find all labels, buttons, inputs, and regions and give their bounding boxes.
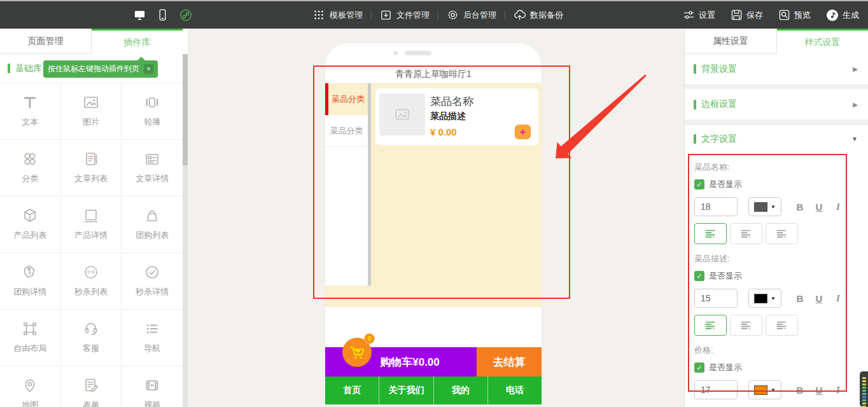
mini-dash: [862, 383, 866, 385]
dish-name-align-left-button[interactable]: [694, 223, 727, 244]
align-left-icon: [705, 230, 716, 238]
section-background-settings[interactable]: 背景设置 ▶: [685, 54, 868, 84]
plugin-item-seckill-list[interactable]: 秒杀秒杀列表: [61, 253, 122, 310]
chevron-down-icon[interactable]: ▼: [851, 135, 858, 142]
chevron-right-icon[interactable]: ▶: [853, 66, 858, 72]
category-scrollbar[interactable]: [368, 83, 371, 286]
section-text-settings[interactable]: 文字设置 ▼: [685, 125, 868, 153]
add-dish-button[interactable]: +: [515, 125, 531, 139]
plugin-item-navigation[interactable]: 导航: [122, 310, 183, 366]
image-placeholder-icon: [394, 106, 410, 123]
plugin-item-article-detail[interactable]: 文章详情: [122, 140, 183, 197]
desktop-icon[interactable]: [134, 9, 146, 21]
save-button[interactable]: 保存: [731, 9, 763, 21]
groupbuy-list-icon: [143, 206, 162, 225]
plugin-item-product-list[interactable]: 产品列表: [0, 197, 61, 253]
dish-card[interactable]: 菜品名称 菜品描述 ¥ 0.00 +: [375, 88, 538, 145]
nav-item-电话[interactable]: 电话: [488, 376, 542, 404]
mobile-icon[interactable]: [157, 9, 169, 21]
dish-desc-color-dropdown[interactable]: ▼: [748, 289, 781, 308]
dish-name-u-button[interactable]: U: [809, 202, 829, 212]
plugin-label: 轮播: [144, 116, 160, 128]
carousel-icon: [143, 93, 162, 112]
section-border-settings[interactable]: 边框设置 ▶: [685, 89, 868, 120]
save-icon: [731, 9, 743, 21]
mini-dash: [862, 403, 866, 404]
dish-desc-font-size-input[interactable]: [694, 289, 738, 308]
plugin-label: 自由布局: [13, 343, 46, 354]
menu-data-backup[interactable]: 数据备份: [514, 9, 563, 21]
tooltip-text: 按住鼠标左键拖动插件到页: [48, 64, 139, 74]
dish-desc-align-center-button[interactable]: [730, 315, 762, 336]
price-b-button[interactable]: B: [790, 385, 809, 396]
dish-desc-align-right-button[interactable]: [766, 315, 798, 336]
price-u-button[interactable]: U: [809, 385, 829, 396]
plugin-item-image[interactable]: 图片: [61, 83, 122, 140]
product-list-icon: [20, 206, 39, 225]
chevron-right-icon[interactable]: ▶: [853, 101, 858, 108]
dish-name-i-button[interactable]: I: [829, 202, 848, 212]
dish-name-align-right-button[interactable]: [766, 223, 798, 244]
nav-item-关于我们[interactable]: 关于我们: [379, 376, 433, 404]
plugin-label: 秒杀列表: [74, 286, 108, 298]
plugin-item-article-list[interactable]: 文章列表: [61, 140, 122, 197]
category-item-active[interactable]: 菜品分类: [325, 83, 368, 115]
plugin-grid: 文本图片轮播分类文章列表文章详情产品列表产品详情团购列表团购详情秒杀秒杀列表秒杀…: [0, 83, 183, 407]
mini-dash: [862, 393, 866, 395]
price-color-dropdown[interactable]: ▼: [748, 380, 781, 399]
dish-name-font-size-input[interactable]: [694, 197, 738, 216]
dish-desc-i-button[interactable]: I: [829, 293, 848, 304]
tab-attribute-settings[interactable]: 属性设置: [685, 29, 777, 54]
plugin-item-carousel[interactable]: 轮播: [122, 83, 183, 140]
article-detail-icon: [143, 149, 162, 169]
plugin-item-groupbuy-detail[interactable]: 团购详情: [0, 253, 61, 310]
mini-scrollbar-widget[interactable]: [860, 371, 868, 407]
plugin-item-map[interactable]: 地图: [0, 366, 61, 407]
tab-style-settings[interactable]: 样式设置: [777, 29, 868, 54]
dish-name-b-button[interactable]: B: [790, 202, 809, 212]
tab-page-manage[interactable]: 页面管理: [0, 29, 92, 54]
dish-desc-align-left-button[interactable]: [694, 315, 727, 336]
menu-template-manage[interactable]: 模板管理: [313, 9, 363, 21]
mini-dash: [862, 377, 866, 379]
dish-desc-u-button[interactable]: U: [809, 293, 829, 304]
tab-plugin-library[interactable]: 插件库: [92, 29, 183, 54]
link-icon[interactable]: [179, 9, 192, 22]
category-item[interactable]: 菜品分类: [325, 115, 368, 147]
nav-item-我的[interactable]: 我的: [434, 376, 488, 404]
plugin-label: 视频: [144, 399, 160, 407]
price-show-checkbox[interactable]: ✓: [694, 362, 704, 373]
nav-list-icon: [143, 319, 162, 338]
dish-name-color-dropdown[interactable]: ▼: [748, 197, 781, 216]
plugin-item-customer-service[interactable]: 客服: [61, 310, 122, 366]
menu-label: 后台管理: [463, 10, 496, 21]
plugin-item-seckill-detail[interactable]: 秒杀详情: [122, 253, 183, 310]
plugin-item-product-detail[interactable]: 产品详情: [61, 197, 122, 253]
nav-item-首页[interactable]: 首页: [325, 376, 379, 404]
plugin-item-text[interactable]: 文本: [0, 83, 61, 140]
generate-button[interactable]: 生成: [826, 9, 859, 22]
dish-name-align-center-button[interactable]: [730, 223, 762, 244]
menu-backend-manage[interactable]: 后台管理: [447, 9, 496, 21]
menu-file-manage[interactable]: 文件管理: [380, 9, 430, 21]
dish-desc-show-checkbox[interactable]: ✓: [694, 271, 704, 281]
price-i-button[interactable]: I: [829, 385, 848, 396]
phone-camera-dot: [393, 51, 398, 55]
left-panel-scrollbar-thumb[interactable]: [183, 54, 188, 165]
dish-name-show-checkbox[interactable]: ✓: [694, 179, 704, 190]
dish-desc-b-button[interactable]: B: [790, 293, 809, 304]
plugin-item-category[interactable]: 分类: [0, 140, 61, 197]
plugin-item-groupbuy-list[interactable]: 团购列表: [122, 197, 183, 253]
settings-button[interactable]: 设置: [683, 9, 715, 21]
mini-dash: [862, 387, 866, 389]
plugin-item-video[interactable]: 视频: [122, 366, 183, 407]
plugin-item-free-layout[interactable]: 自由布局: [0, 310, 61, 366]
preview-button[interactable]: 预览: [778, 9, 811, 21]
product-detail-icon: [81, 206, 101, 225]
price-font-size-input[interactable]: [694, 380, 738, 399]
category-sidebar: 菜品分类 菜品分类: [325, 83, 368, 286]
plugin-item-form[interactable]: 表单: [61, 366, 122, 407]
checkout-button[interactable]: 去结算: [477, 347, 542, 376]
section-label: 文字设置: [701, 134, 737, 145]
tooltip-close-button[interactable]: ×: [144, 64, 153, 74]
